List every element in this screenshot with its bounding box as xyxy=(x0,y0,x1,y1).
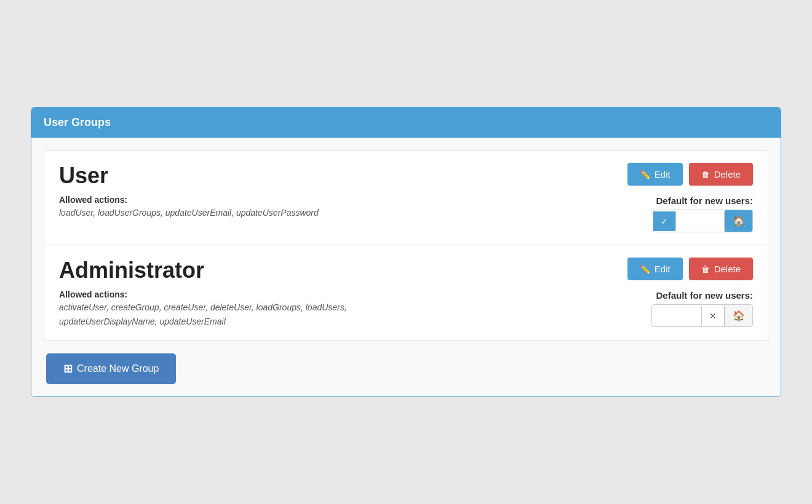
action-buttons-user: ✏️ Edit 🗑 Delete xyxy=(627,163,753,186)
group-actions-label-administrator: Allowed actions: xyxy=(59,289,568,299)
edit-button-user[interactable]: ✏️ Edit xyxy=(627,163,683,186)
default-section-administrator: Default for new users: ✕ 🏠 xyxy=(651,290,753,327)
edit-icon-admin: ✏️ xyxy=(640,264,650,274)
group-actions-label-user: Allowed actions: xyxy=(59,195,568,205)
default-home-button-user[interactable]: 🏠 xyxy=(725,210,752,232)
action-buttons-administrator: ✏️ Edit 🗑 Delete xyxy=(627,258,753,280)
x-icon-admin: ✕ xyxy=(709,311,717,321)
group-name-user: User xyxy=(59,163,568,189)
delete-button-user[interactable]: 🗑 Delete xyxy=(689,163,753,186)
default-input-user[interactable] xyxy=(675,211,725,230)
group-controls-administrator: ✏️ Edit 🗑 Delete Default for new users: xyxy=(568,258,753,327)
trash-icon-admin: 🗑 xyxy=(701,264,710,274)
default-label-administrator: Default for new users: xyxy=(656,290,753,301)
create-new-group-button[interactable]: ⊞ Create New Group xyxy=(46,353,176,384)
trash-icon-user: 🗑 xyxy=(701,170,710,179)
panel-title: User Groups xyxy=(44,116,111,128)
allowed-actions-bold-admin: Allowed actions: xyxy=(59,289,127,299)
group-controls-user: ✏️ Edit 🗑 Delete Default for new users: xyxy=(568,163,753,232)
group-item-user: User Allowed actions: loadUser, loadUser… xyxy=(44,151,768,245)
user-groups-panel: User Groups User Allowed actions: loadUs… xyxy=(31,107,781,397)
edit-label-user: Edit xyxy=(655,169,671,179)
group-item-administrator: Administrator Allowed actions: activateU… xyxy=(44,245,768,341)
group-info-user: User Allowed actions: loadUser, loadUser… xyxy=(59,163,568,219)
default-check-active-user[interactable]: ✓ xyxy=(653,211,675,231)
create-button-label: Create New Group xyxy=(77,363,159,374)
group-actions-list-user: loadUser, loadUserGroups, updateUserEmai… xyxy=(59,206,440,219)
default-x-button-administrator[interactable]: ✕ xyxy=(701,306,725,326)
delete-label-administrator: Delete xyxy=(714,264,741,274)
delete-label-user: Delete xyxy=(714,169,741,179)
footer-row: ⊞ Create New Group xyxy=(44,353,768,384)
allowed-actions-bold: Allowed actions: xyxy=(59,195,127,205)
home-icon-admin: 🏠 xyxy=(733,310,745,321)
default-controls-administrator: ✕ 🏠 xyxy=(651,304,753,327)
group-list: User Allowed actions: loadUser, loadUser… xyxy=(44,150,768,341)
default-home-button-administrator[interactable]: 🏠 xyxy=(725,305,752,326)
panel-body: User Allowed actions: loadUser, loadUser… xyxy=(31,138,781,396)
group-actions-list-administrator: activateUser, createGroup, createUser, d… xyxy=(59,301,440,328)
edit-label-administrator: Edit xyxy=(655,264,671,274)
default-section-user: Default for new users: ✓ 🏠 xyxy=(653,195,753,232)
group-info-administrator: Administrator Allowed actions: activateU… xyxy=(59,258,568,328)
panel-header: User Groups xyxy=(31,108,781,138)
plus-icon: ⊞ xyxy=(63,362,73,376)
checkmark-icon: ✓ xyxy=(661,216,668,226)
edit-button-administrator[interactable]: ✏️ Edit xyxy=(627,258,683,280)
home-icon-user: 🏠 xyxy=(733,215,745,227)
default-input-administrator[interactable] xyxy=(652,306,701,325)
default-label-user: Default for new users: xyxy=(656,195,753,206)
edit-icon-user: ✏️ xyxy=(640,170,650,179)
group-name-administrator: Administrator xyxy=(59,258,568,283)
default-controls-user: ✓ 🏠 xyxy=(653,210,753,232)
delete-button-administrator[interactable]: 🗑 Delete xyxy=(689,258,753,280)
